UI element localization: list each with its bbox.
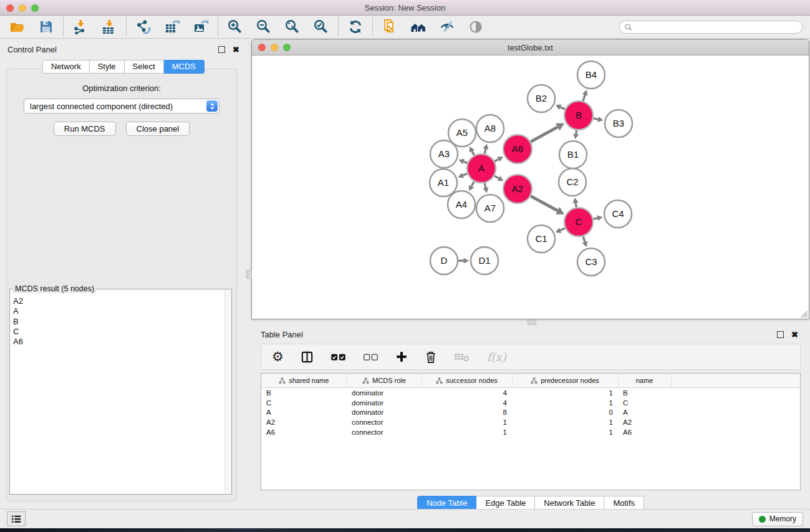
zoom-out-icon[interactable] <box>255 18 272 36</box>
column-header-predecessor-nodes[interactable]: predecessor nodes <box>512 374 618 388</box>
zoom-network-window-button[interactable] <box>283 44 291 51</box>
tab-style[interactable]: Style <box>90 60 125 74</box>
tab-select[interactable]: Select <box>125 60 164 74</box>
close-panel-icon[interactable]: ✖ <box>233 47 239 52</box>
table-row[interactable]: A2connector11A2 <box>261 417 800 427</box>
show-graphics-details-icon[interactable] <box>467 18 485 36</box>
close-table-panel-icon[interactable]: ✖ <box>791 332 798 337</box>
network-window-controls <box>258 44 291 51</box>
tab-network[interactable]: Network <box>42 60 90 74</box>
table-cell[interactable]: A2 <box>261 417 347 427</box>
network-window-titlebar[interactable]: testGlobe.txt <box>252 40 809 56</box>
table-cell[interactable]: C <box>261 398 347 408</box>
table-cell[interactable]: 4 <box>422 388 512 398</box>
table-cell[interactable]: A <box>618 408 671 418</box>
optimization-criterion-select[interactable]: largest connected component (directed) <box>24 99 219 114</box>
table-cell[interactable]: dominator <box>347 408 422 418</box>
close-window-button[interactable] <box>6 4 14 12</box>
column-header-name[interactable]: name <box>618 374 671 388</box>
tab-network-table[interactable]: Network Table <box>535 496 604 510</box>
export-network-icon[interactable] <box>135 18 152 36</box>
show-panels-menu-button[interactable] <box>7 511 26 526</box>
columns-icon[interactable] <box>301 351 314 364</box>
table-cell[interactable]: 1 <box>512 427 618 437</box>
import-network-icon[interactable] <box>72 18 89 36</box>
function-builder-icon[interactable]: f(x) <box>487 351 506 364</box>
zoom-window-button[interactable] <box>31 4 39 12</box>
add-column-icon[interactable] <box>395 351 408 363</box>
table-cell[interactable]: dominator <box>347 388 422 398</box>
export-table-icon[interactable] <box>163 18 181 36</box>
column-header-successor-nodes[interactable]: successor nodes <box>422 374 512 388</box>
memory-button[interactable]: Memory <box>752 512 803 526</box>
tab-node-table[interactable]: Node Table <box>417 496 477 510</box>
zoom-in-icon[interactable] <box>226 18 244 36</box>
float-table-panel-icon[interactable] <box>777 331 784 338</box>
table-cell[interactable]: B <box>261 388 347 398</box>
table-cell[interactable]: connector <box>347 417 422 427</box>
table-cell[interactable]: 0 <box>512 408 618 418</box>
mcds-result-item[interactable]: B <box>13 317 228 327</box>
table-cell[interactable]: 1 <box>512 417 618 427</box>
table-cell[interactable]: 1 <box>512 388 618 398</box>
mcds-result-item[interactable]: A <box>13 306 228 316</box>
table-cell[interactable]: connector <box>347 427 422 437</box>
table-cell[interactable]: 4 <box>422 398 512 408</box>
tab-motifs[interactable]: Motifs <box>604 496 644 510</box>
close-network-window-button[interactable] <box>258 44 266 51</box>
open-session-icon[interactable] <box>9 18 26 36</box>
network-canvas[interactable]: AA1A2A3A4A5A6A7A8BB1B2B3B4CC1C2C3C4DD1 <box>252 56 809 319</box>
import-table-icon[interactable] <box>100 18 118 36</box>
refresh-icon[interactable] <box>347 18 364 36</box>
delete-table-icon[interactable] <box>454 351 470 362</box>
svg-text:B3: B3 <box>613 118 624 128</box>
table-cell[interactable]: A2 <box>618 417 671 427</box>
column-header-shared-name[interactable]: shared name <box>261 374 347 388</box>
mcds-result-item[interactable]: C <box>13 327 228 337</box>
close-panel-button[interactable]: Close panel <box>126 122 190 136</box>
table-cell[interactable]: C <box>618 398 671 408</box>
table-row[interactable]: Bdominator41B <box>261 388 800 398</box>
tab-mcds[interactable]: MCDS <box>164 60 205 74</box>
delete-column-icon[interactable] <box>425 351 437 364</box>
zoom-fit-icon[interactable] <box>284 18 301 36</box>
minimize-window-button[interactable] <box>19 4 26 12</box>
float-panel-icon[interactable] <box>218 46 225 53</box>
deselect-all-checkboxes-icon[interactable] <box>363 352 378 362</box>
table-cell[interactable]: 8 <box>422 408 512 418</box>
hide-graphics-details-icon[interactable] <box>438 18 456 36</box>
export-image-icon[interactable] <box>192 18 210 36</box>
minimize-network-window-button[interactable] <box>271 44 278 51</box>
tab-edge-table[interactable]: Edge Table <box>476 496 535 510</box>
network-graph[interactable]: AA1A2A3A4A5A6A7A8BB1B2B3B4CC1C2C3C4DD1 <box>252 56 809 319</box>
table-cell[interactable]: B <box>618 388 671 398</box>
table-cell[interactable]: dominator <box>347 398 422 408</box>
table-cell[interactable]: A <box>261 408 347 418</box>
table-settings-icon[interactable]: ⚙ <box>272 351 284 363</box>
svg-text:D1: D1 <box>478 255 490 266</box>
home-layout-icon[interactable] <box>410 18 427 36</box>
table-cell[interactable]: 1 <box>422 427 512 437</box>
table-cell[interactable]: 1 <box>512 398 618 408</box>
mcds-result-item[interactable]: A2 <box>13 296 228 306</box>
mcds-result-list[interactable]: A2ABCA6 <box>10 289 231 347</box>
column-header-mcds-role[interactable]: MCDS role <box>347 374 422 388</box>
window-resize-handle[interactable] <box>799 309 808 318</box>
search-input[interactable] <box>635 22 798 32</box>
table-cell[interactable]: A6 <box>618 427 671 437</box>
select-all-checkboxes-icon[interactable] <box>330 352 346 362</box>
search-field[interactable] <box>619 21 803 34</box>
mcds-result-item[interactable]: A6 <box>13 337 228 347</box>
scrollbar-track[interactable] <box>224 290 231 493</box>
run-mcds-button[interactable]: Run MCDS <box>54 122 116 136</box>
table-cell[interactable]: 1 <box>422 417 512 427</box>
save-session-icon[interactable] <box>37 18 55 36</box>
table-row[interactable]: Adominator80A <box>261 408 800 418</box>
table-row[interactable]: Cdominator41C <box>261 398 800 408</box>
splitter-grip-vertical[interactable] <box>246 270 252 279</box>
table-cell[interactable]: A6 <box>261 427 347 437</box>
table-row[interactable]: A6connector11A6 <box>261 427 800 437</box>
clone-network-icon[interactable] <box>381 18 398 36</box>
network-view-window: testGlobe.txt AA1A2A3A4A5A6A7A8BB1B2B3B4… <box>251 39 809 319</box>
zoom-selected-icon[interactable] <box>312 18 330 36</box>
